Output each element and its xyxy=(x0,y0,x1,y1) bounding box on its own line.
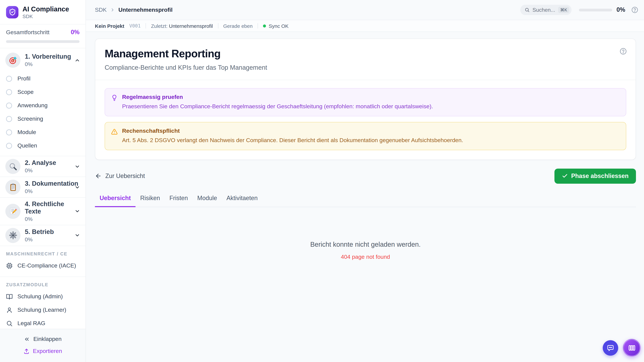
step-label: Scope xyxy=(18,89,34,95)
export-button[interactable]: Exportieren xyxy=(0,345,86,357)
alert-body: Praesentieren Sie den Compliance-Bericht… xyxy=(122,103,433,111)
phase-label: 2. Analyse xyxy=(25,159,56,167)
phase-label: 3. Dokumentation xyxy=(25,180,78,187)
clipboard-icon xyxy=(5,180,20,195)
app-subtitle: SDK xyxy=(22,13,69,19)
search-placeholder: Suchen... xyxy=(532,7,555,13)
app-name: AI Compliance xyxy=(22,5,69,12)
search-icon xyxy=(524,7,530,12)
sidebar-footer: Einklappen Exportieren xyxy=(0,329,86,362)
breadcrumb: SDK Unternehmensprofil xyxy=(95,6,172,13)
floating-buttons xyxy=(603,339,641,357)
target-icon xyxy=(5,53,20,68)
phase-item-vorbereitung[interactable]: 1. Vorbereitung 0% xyxy=(0,50,86,71)
chevron-up-icon xyxy=(74,57,80,63)
step-status-icon xyxy=(6,116,12,122)
sidebar-header: AI Compliance SDK xyxy=(0,0,86,24)
tab-aktivitaeten[interactable]: Aktivitaeten xyxy=(222,195,262,207)
lightbulb-icon xyxy=(111,94,118,111)
tab-fristen[interactable]: Fristen xyxy=(165,195,192,207)
export-label: Exportieren xyxy=(33,348,62,355)
breadcrumb-current: Unternehmensprofil xyxy=(118,6,172,13)
phase-row: 3. Dokumentation 0% xyxy=(0,177,86,198)
tab-module[interactable]: Module xyxy=(192,195,222,207)
tab-uebersicht[interactable]: Uebersicht xyxy=(95,195,136,207)
sidebar: AI Compliance SDK Gesamtfortschritt 0% xyxy=(0,0,86,362)
sidebar-item-legal-rag[interactable]: Legal RAG xyxy=(0,317,86,329)
page-subtitle: Compliance-Berichte und KPIs fuer das To… xyxy=(105,64,626,71)
sidebar-item-label: Schulung (Admin) xyxy=(18,293,63,300)
back-to-overview-link[interactable]: Zur Uebersicht xyxy=(95,172,145,179)
phase-steps: Profil Scope Anwendung Screening xyxy=(0,71,86,156)
phase-item-rechtliche-texte[interactable]: 4. Rechtliche Texte 0% xyxy=(0,198,86,225)
sidebar-step-anwendung[interactable]: Anwendung xyxy=(0,99,86,112)
chevron-right-icon xyxy=(110,7,115,12)
columns-icon xyxy=(628,344,636,352)
step-label: Module xyxy=(18,129,36,136)
divider xyxy=(218,23,218,28)
sync-status: Sync OK xyxy=(263,23,288,29)
card-help-button[interactable] xyxy=(620,48,627,55)
phase-text: 5. Betrieb 0% xyxy=(25,228,54,243)
breadcrumb-root[interactable]: SDK xyxy=(95,6,107,13)
panel-toggle-fab-button[interactable] xyxy=(623,339,641,357)
phase-percent: 0% xyxy=(25,188,78,194)
overall-progress: Gesamtfortschritt 0% xyxy=(0,24,86,48)
report-card-header: Management Reporting Compliance-Berichte… xyxy=(95,39,636,80)
alert-content: Rechenschaftspflicht Art. 5 Abs. 2 DSGVO… xyxy=(122,128,463,144)
phase-text: 1. Vorbereitung 0% xyxy=(25,53,71,67)
chat-fab-button[interactable] xyxy=(603,340,618,356)
phase-item-dokumentation[interactable]: 3. Dokumentation 0% xyxy=(0,177,86,197)
phase-text: 4. Rechtliche Texte 0% xyxy=(25,200,80,222)
report-card: Management Reporting Compliance-Berichte… xyxy=(95,38,636,160)
sidebar-step-profil[interactable]: Profil xyxy=(0,72,86,85)
magnifier-icon xyxy=(5,159,20,174)
header-progress-bar xyxy=(579,8,612,11)
sidebar-step-module[interactable]: Module xyxy=(0,126,86,139)
chip-icon xyxy=(6,262,13,269)
sidebar-item-schulung-learner[interactable]: Schulung (Learner) xyxy=(0,303,86,317)
step-status-icon xyxy=(6,103,12,109)
phase-item-analyse[interactable]: 2. Analyse 0% xyxy=(0,156,86,177)
last-saved: Zuletzt: Unternehmensprofil xyxy=(151,23,213,29)
project-name: Kein Projekt xyxy=(95,23,124,29)
complete-phase-button[interactable]: Phase abschliessen xyxy=(554,168,636,184)
complete-phase-label: Phase abschliessen xyxy=(571,172,628,179)
phase-group-vorbereitung: 1. Vorbereitung 0% Profil Scope xyxy=(0,48,86,156)
action-row: Zur Uebersicht Phase abschliessen xyxy=(95,168,636,184)
app-title-block: AI Compliance SDK xyxy=(22,5,69,19)
search-input[interactable]: Suchen... ⌘K xyxy=(520,5,572,15)
warning-alert: Rechenschaftspflicht Art. 5 Abs. 2 DSGVO… xyxy=(105,122,626,150)
sidebar-item-schulung-admin[interactable]: Schulung (Admin) xyxy=(0,290,86,303)
tab-risiken[interactable]: Risiken xyxy=(136,195,165,207)
header-progress-value: 0% xyxy=(616,6,625,13)
help-button[interactable] xyxy=(631,6,638,13)
phase-row: 4. Rechtliche Texte 0% xyxy=(0,198,86,225)
section-header: ZUSATZMODULE xyxy=(0,282,86,287)
phase-item-betrieb[interactable]: 5. Betrieb 0% xyxy=(0,225,86,246)
updated-time: Gerade eben xyxy=(223,23,252,29)
topbar: SDK Unternehmensprofil Suchen... ⌘K 0% xyxy=(86,0,644,20)
divider xyxy=(146,23,146,28)
sidebar-section-maschinenrecht: MASCHINENRECHT / CE CE-Compliance (IACE) xyxy=(0,251,86,277)
sync-status-label: Sync OK xyxy=(269,23,288,29)
user-icon xyxy=(6,307,13,313)
sidebar-item-ce-compliance[interactable]: CE-Compliance (IACE) xyxy=(0,259,86,272)
sidebar-section-zusatzmodule: ZUSATZMODULE Schulung (Admin) xyxy=(0,282,86,329)
phase-percent: 0% xyxy=(25,216,80,222)
collapse-sidebar-button[interactable]: Einklappen xyxy=(0,333,86,345)
last-saved-label: Zuletzt: xyxy=(151,23,168,29)
phase-text: 3. Dokumentation 0% xyxy=(25,180,78,194)
sidebar-step-scope[interactable]: Scope xyxy=(0,85,86,99)
back-label: Zur Uebersicht xyxy=(105,172,145,179)
memo-pencil-icon xyxy=(5,204,20,219)
version-badge: V001 xyxy=(129,23,140,28)
arrow-left-icon xyxy=(95,173,102,179)
help-circle-icon xyxy=(620,48,627,55)
page-title: Management Reporting xyxy=(105,48,626,60)
sidebar-step-quellen[interactable]: Quellen xyxy=(0,139,86,152)
warning-triangle-icon xyxy=(111,128,118,144)
sidebar-step-screening[interactable]: Screening xyxy=(0,112,86,126)
step-status-icon xyxy=(6,129,12,135)
status-bar: Kein Projekt V001 Zuletzt: Unternehmensp… xyxy=(86,20,644,32)
